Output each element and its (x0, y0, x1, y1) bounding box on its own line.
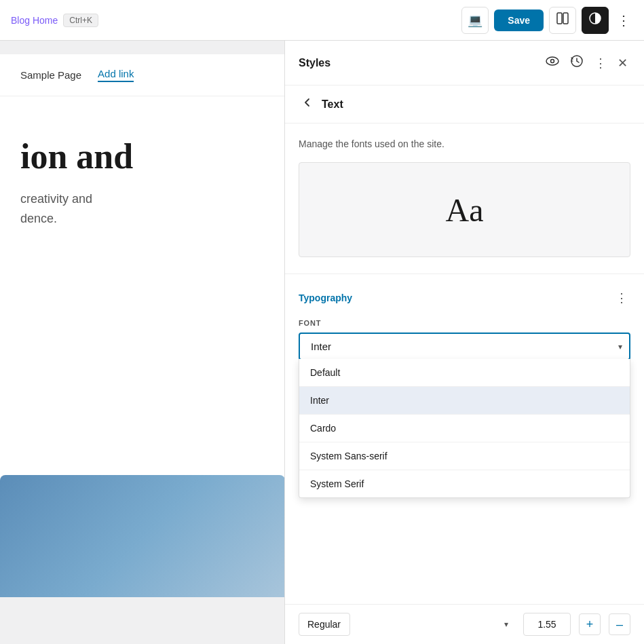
hero-subtitle-line2: dence. (20, 212, 57, 225)
top-bar: Blog Home Ctrl+K 💻 Save ⋮ (0, 0, 644, 41)
option-default-label: Default (310, 367, 340, 378)
option-system-serif-label: System Serif (310, 478, 364, 489)
svg-point-3 (546, 57, 558, 65)
typography-more-icon: ⋮ (615, 290, 628, 305)
section-divider (285, 273, 644, 274)
dropdown-options-list: Default Inter Cardo System Sans-serif Sy… (299, 359, 630, 498)
minus-icon: – (616, 618, 623, 632)
hero-title: ion and (20, 137, 264, 176)
option-cardo-label: Cardo (310, 423, 336, 434)
typography-title: Typography (299, 292, 352, 303)
hero-section: ion and creativity and dence. (0, 96, 284, 256)
history-icon (570, 54, 584, 71)
sample-page-link[interactable]: Sample Page (20, 69, 81, 81)
option-system-sans[interactable]: System Sans-serif (299, 442, 630, 470)
panel-body: Manage the fonts used on the site. Aa Ty… (285, 124, 644, 604)
svg-rect-0 (557, 13, 562, 24)
size-increase-button[interactable]: + (579, 613, 601, 635)
split-icon (556, 12, 569, 28)
history-button[interactable] (567, 52, 586, 74)
panel-more-icon: ⋮ (594, 56, 607, 71)
hero-image (0, 475, 284, 597)
contrast-icon (589, 12, 601, 28)
option-inter-label: Inter (310, 395, 329, 406)
panel-description: Manage the fonts used on the site. (299, 137, 630, 151)
size-decrease-button[interactable]: – (609, 613, 630, 635)
blog-home-link[interactable]: Blog Home (11, 15, 58, 26)
monitor-view-button[interactable]: 💻 (461, 7, 489, 34)
styles-panel: Styles (284, 41, 644, 644)
bottom-row: Regular Bold Light ▾ + – (285, 604, 644, 644)
font-label: FONT (299, 319, 630, 327)
svg-point-4 (551, 60, 554, 63)
font-size-input[interactable] (523, 613, 571, 636)
panel-close-button[interactable]: ✕ (615, 53, 630, 73)
split-view-button[interactable] (549, 7, 576, 34)
svg-rect-1 (563, 13, 568, 24)
subpage-title: Text (322, 98, 343, 111)
font-dropdown-wrapper: Default Inter Cardo System Sans-serif Sy… (299, 333, 630, 360)
option-inter[interactable]: Inter (299, 387, 630, 415)
eye-icon (546, 54, 559, 71)
eye-button[interactable] (543, 52, 562, 74)
contrast-toggle-button[interactable] (582, 7, 609, 34)
panel-header-actions: ⋮ ✕ (543, 52, 630, 74)
panel-title: Styles (299, 57, 330, 69)
option-system-serif[interactable]: System Serif (299, 470, 630, 497)
typography-more-button[interactable]: ⋮ (613, 288, 630, 308)
more-icon: ⋮ (617, 13, 630, 28)
option-cardo[interactable]: Cardo (299, 415, 630, 442)
font-preview-text: Aa (446, 191, 484, 229)
canvas-content: Sample Page Add link ion and creativity … (0, 54, 284, 597)
hero-subtitle-line1: creativity and (20, 192, 92, 206)
shortcut-badge: Ctrl+K (63, 14, 98, 27)
more-options-button[interactable]: ⋮ (614, 10, 633, 31)
typography-header: Typography ⋮ (299, 288, 630, 308)
font-select[interactable]: Default Inter Cardo System Sans-serif Sy… (299, 333, 630, 360)
style-select[interactable]: Regular Bold Light (299, 613, 350, 636)
subpage-header: Text (285, 86, 644, 124)
panel-more-button[interactable]: ⋮ (592, 53, 609, 73)
plus-icon: + (586, 618, 594, 632)
top-bar-right: 💻 Save ⋮ (461, 7, 633, 34)
close-icon: ✕ (618, 56, 628, 71)
back-icon (301, 98, 314, 111)
option-system-sans-label: System Sans-serif (310, 451, 387, 461)
monitor-icon: 💻 (468, 13, 482, 28)
save-button[interactable]: Save (494, 10, 544, 31)
style-select-wrapper: Regular Bold Light ▾ (299, 613, 515, 636)
style-dropdown-arrow-icon: ▾ (504, 620, 508, 629)
panel-header: Styles (285, 41, 644, 86)
add-link-link[interactable]: Add link (98, 68, 134, 82)
canvas-nav: Sample Page Add link (0, 54, 284, 96)
font-preview-box: Aa (299, 162, 630, 257)
canvas-area: Sample Page Add link ion and creativity … (0, 41, 284, 644)
back-button[interactable] (299, 95, 316, 113)
hero-subtitle: creativity and dence. (20, 189, 264, 229)
option-default[interactable]: Default (299, 359, 630, 387)
top-bar-left: Blog Home Ctrl+K (11, 14, 98, 27)
